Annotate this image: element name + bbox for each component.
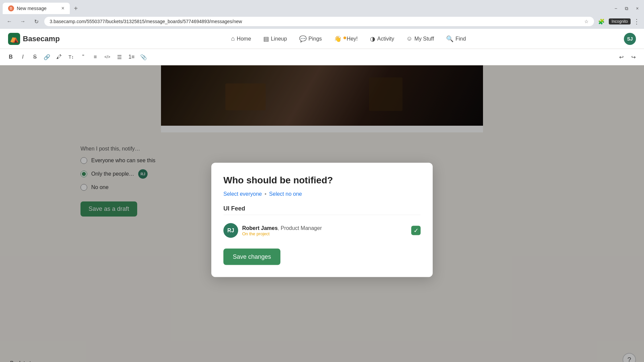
nav-home[interactable]: ⌂ Home: [226, 33, 257, 45]
bc-logo-text: Basecamp: [23, 35, 60, 43]
person-row[interactable]: RJ Robert James, Product Manager On the …: [223, 221, 421, 241]
hey-notification-badge: [343, 37, 346, 39]
bookmark-icon[interactable]: ☆: [584, 19, 589, 24]
nav-find[interactable]: 🔍 Find: [441, 33, 471, 45]
person-name: Robert James, Product Manager: [242, 225, 407, 231]
bc-logo[interactable]: ⛺ Basecamp: [8, 33, 60, 45]
align-btn[interactable]: ≡: [90, 52, 101, 62]
activity-icon: ◑: [370, 35, 375, 43]
browser-tab[interactable]: B New message ×: [3, 3, 70, 14]
nav-hey[interactable]: 👋 Hey!: [329, 33, 363, 45]
hey-icon: 👋: [334, 35, 341, 43]
modal-title: Who should be notified?: [223, 175, 421, 186]
editor-toolbar: B I S 🔗 🖍 T↕ " ≡ </> ☰ 1≡ 📎 ↩ ↪: [0, 49, 644, 65]
attachment-btn[interactable]: 📎: [138, 52, 149, 62]
nav-home-label: Home: [237, 36, 251, 42]
nav-activity[interactable]: ◑ Activity: [365, 33, 400, 45]
undo-btn[interactable]: ↩: [616, 52, 627, 62]
nav-activity-label: Activity: [377, 36, 394, 42]
nav-find-label: Find: [455, 36, 466, 42]
bold-btn[interactable]: B: [5, 52, 16, 62]
new-tab-btn[interactable]: +: [71, 4, 80, 13]
bc-logo-icon: ⛺: [8, 33, 20, 45]
ordered-list-btn[interactable]: 1≡: [126, 52, 137, 62]
highlight-btn[interactable]: 🖍: [54, 52, 64, 62]
nav-hey-label: Hey!: [347, 36, 358, 42]
modal-group: UI Feed RJ Robert James, Product Manager…: [223, 205, 421, 241]
find-icon: 🔍: [446, 35, 453, 43]
code-btn[interactable]: </>: [102, 52, 113, 62]
blockquote-btn[interactable]: ": [78, 52, 89, 62]
user-avatar[interactable]: SJ: [624, 33, 636, 45]
extensions-icon[interactable]: 🧩: [597, 17, 606, 26]
incognito-badge: Incognito: [609, 18, 631, 24]
mystuff-icon: ☺: [406, 35, 412, 42]
home-icon: ⌂: [231, 35, 235, 42]
restore-btn[interactable]: ⧉: [623, 4, 631, 12]
back-btn[interactable]: ←: [4, 16, 15, 27]
select-noone-link[interactable]: Select no one: [269, 191, 302, 197]
person-info: Robert James, Product Manager On the pro…: [242, 225, 407, 236]
nav-mystuff-label: My Stuff: [415, 36, 434, 42]
nav-lineup-label: Lineup: [271, 36, 287, 42]
main-nav: ⛺ Basecamp ⌂ Home ▤ Lineup 💬 Pings 👋 Hey…: [0, 29, 644, 49]
lineup-icon: ▤: [263, 35, 269, 43]
address-text: 3.basecamp.com/5550377/buckets/31325815/…: [50, 19, 582, 24]
refresh-btn[interactable]: ↻: [31, 16, 42, 27]
person-avatar: RJ: [223, 223, 238, 238]
select-everyone-link[interactable]: Select everyone: [223, 191, 262, 197]
tab-title: New message: [17, 6, 47, 11]
strikethrough-btn[interactable]: S: [30, 52, 40, 62]
nav-lineup[interactable]: ▤ Lineup: [258, 33, 292, 45]
tab-favicon: B: [8, 5, 14, 11]
bullet-list-btn[interactable]: ☰: [114, 52, 125, 62]
nav-pings[interactable]: 💬 Pings: [294, 33, 327, 45]
redo-btn[interactable]: ↪: [628, 52, 639, 62]
person-project-label: On the project: [242, 231, 407, 236]
close-btn[interactable]: ×: [633, 4, 641, 12]
link-separator: •: [265, 191, 267, 197]
italic-btn[interactable]: I: [17, 52, 28, 62]
modal-quick-links: Select everyone • Select no one: [223, 191, 421, 197]
notification-modal: Who should be notified? Select everyone …: [211, 163, 433, 277]
minimize-btn[interactable]: −: [612, 4, 620, 12]
nav-mystuff[interactable]: ☺ My Stuff: [401, 33, 439, 45]
nav-items: ⌂ Home ▤ Lineup 💬 Pings 👋 Hey! ◑ Activit…: [73, 33, 624, 45]
address-bar[interactable]: 3.basecamp.com/5550377/buckets/31325815/…: [44, 17, 594, 26]
heading-btn[interactable]: T↕: [66, 52, 76, 62]
forward-btn[interactable]: →: [17, 16, 28, 27]
pings-icon: 💬: [299, 35, 307, 43]
browser-menu-btn[interactable]: ⋮: [633, 17, 640, 25]
save-changes-btn[interactable]: Save changes: [223, 249, 280, 265]
tab-close-btn[interactable]: ×: [61, 5, 64, 11]
link-btn[interactable]: 🔗: [42, 52, 52, 62]
person-checkbox[interactable]: ✓: [411, 226, 421, 235]
group-title: UI Feed: [223, 205, 421, 215]
nav-pings-label: Pings: [309, 36, 322, 42]
